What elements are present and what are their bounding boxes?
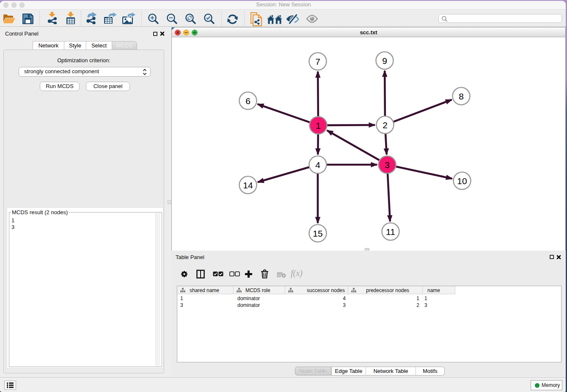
svg-text:9: 9 [382, 56, 387, 66]
svg-text:14: 14 [243, 180, 253, 190]
svg-text:10: 10 [457, 176, 467, 186]
svg-text:6: 6 [245, 96, 250, 106]
svg-text:15: 15 [313, 229, 322, 238]
svg-text:2: 2 [383, 120, 388, 130]
svg-text:4: 4 [315, 160, 320, 170]
svg-text:8: 8 [459, 91, 464, 101]
svg-text:11: 11 [386, 227, 395, 237]
svg-text:1: 1 [316, 121, 321, 130]
svg-text:3: 3 [385, 160, 390, 170]
svg-text:7: 7 [315, 57, 320, 66]
